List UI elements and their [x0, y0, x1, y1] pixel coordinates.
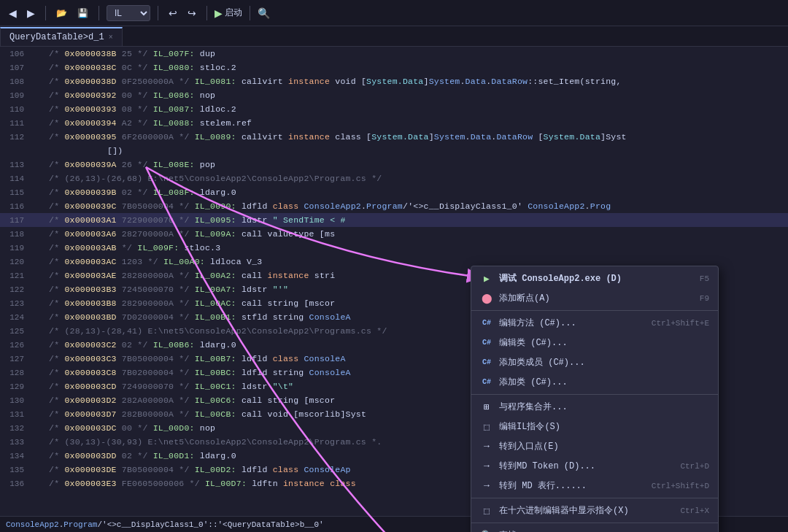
ctx-add-class[interactable]: C# 添加类 (C#)...	[471, 372, 718, 392]
tab-label: QueryDataTable>d_1	[9, 32, 104, 42]
ctx-merge[interactable]: ⊞ 与程序集合并...	[471, 397, 718, 417]
table-row: 117 /* 0x000003A1 7229000070 */ IL_0095:…	[0, 213, 788, 227]
ctx-goto-md-row-label: 转到 MD 表行......	[499, 479, 646, 492]
csharp-icon-4: C#	[480, 378, 493, 386]
table-row: 119 /* 0x000003AB */ IL_009F: stloc.3	[0, 241, 788, 255]
ctx-edit-method-label: 编辑方法 (C#)...	[499, 317, 646, 329]
tab-close-button[interactable]: ×	[109, 34, 113, 42]
table-row: 106 /* 0x0000038B 25 */ IL_007F: dup	[0, 47, 788, 61]
ctx-goto-entry[interactable]: → 转到入口点(E)	[471, 436, 718, 456]
ctx-separator-4	[471, 523, 718, 523]
ctx-merge-label: 与程序集合并...	[499, 401, 703, 413]
table-row: 113 /* 0x0000039A 26 */ IL_008E: pop	[0, 158, 788, 171]
ctx-separator-3	[471, 498, 718, 498]
table-row: 109 /* 0x00000392 00 */ IL_0086: nop	[0, 88, 788, 102]
active-tab[interactable]: QueryDataTable>d_1 ×	[0, 27, 123, 46]
ctx-goto-md-shortcut: Ctrl+D	[680, 462, 709, 471]
search-icon: 🔍	[480, 530, 493, 533]
breakpoint-icon: ⬤	[480, 293, 493, 304]
ctx-hex-editor-shortcut: Ctrl+X	[680, 506, 709, 515]
csharp-icon-1: C#	[480, 319, 493, 327]
csharp-icon-2: C#	[480, 339, 493, 347]
table-row: 115 /* 0x0000039B 02 */ IL_008F: ldarg.0	[0, 185, 788, 199]
undo-button[interactable]: ↩	[166, 6, 180, 20]
ctx-goto-md[interactable]: → 转到MD Token (D)... Ctrl+D	[471, 456, 718, 476]
ctx-add-member[interactable]: C# 添加类成员 (C#)...	[471, 352, 718, 372]
ctx-breakpoint-label: 添加断点(A)	[499, 292, 694, 304]
ctx-goto-md-row-shortcut: Ctrl+Shift+D	[652, 482, 709, 490]
back-button[interactable]: ◀	[6, 6, 20, 20]
ctx-hex-editor[interactable]: ⬚ 在十六进制编辑器中显示指令(X) Ctrl+X	[471, 501, 718, 520]
goto-md-row-icon: →	[480, 480, 493, 491]
goto-md-icon: →	[480, 460, 493, 471]
status-bottom-text: ConsoleApp2.Program/'<>c__DisplayClass1_…	[6, 520, 324, 529]
toolbar-separator-1	[45, 6, 46, 20]
ctx-edit-method-shortcut: Ctrl+Shift+E	[652, 319, 709, 328]
ctx-add-breakpoint[interactable]: ⬤ 添加断点(A) F9	[471, 288, 718, 308]
ctx-edit-class-label: 编辑类 (C#)...	[499, 336, 703, 349]
ctx-add-member-label: 添加类成员 (C#)...	[499, 356, 703, 369]
toolbar-separator-3	[158, 6, 158, 20]
ctx-goto-entry-label: 转到入口点(E)	[499, 440, 703, 452]
ctx-run-label: 调试 ConsoleApp2.exe (D)	[499, 272, 694, 285]
table-row: 107 /* 0x0000038C 0C */ IL_0080: stloc.2	[0, 61, 788, 74]
run-icon: ▶	[215, 7, 223, 19]
ctx-add-class-label: 添加类 (C#)...	[499, 376, 703, 388]
search-button[interactable]: 🔍	[258, 7, 270, 19]
ctx-search[interactable]: 🔍 查找 Ctrl+F	[471, 525, 718, 532]
toolbar: ◀ ▶ 📂 💾 IL C# ↩ ↪ ▶ 启动 🔍	[0, 0, 788, 26]
toolbar-separator-2	[98, 6, 99, 20]
run-label: 启动	[225, 7, 242, 19]
csharp-icon-3: C#	[480, 358, 493, 366]
forward-button[interactable]: ▶	[24, 6, 38, 20]
table-row: 108 /* 0x0000038D 0F2500000A */ IL_0081:…	[0, 74, 788, 88]
ctx-separator-1	[471, 310, 718, 311]
editor: 106 /* 0x0000038B 25 */ IL_007F: dup 107…	[0, 47, 788, 532]
table-row: 114 /* (26,13)-(26,68) E:\net5\ConsoleAp…	[0, 171, 788, 185]
ctx-edit-class[interactable]: C# 编辑类 (C#)...	[471, 333, 718, 352]
hex-editor-icon: ⬚	[480, 505, 493, 517]
save-button[interactable]: 💾	[74, 7, 91, 20]
ctx-run-debug[interactable]: ▶ 调试 ConsoleApp2.exe (D) F5	[471, 269, 718, 288]
table-row: 111 /* 0x00000394 A2 */ IL_0088: stelem.…	[0, 116, 788, 130]
open-button[interactable]: 📂	[53, 7, 70, 20]
ctx-separator-2	[471, 394, 718, 395]
ctx-goto-md-row[interactable]: → 转到 MD 表行...... Ctrl+Shift+D	[471, 476, 718, 496]
table-row: 110 /* 0x00000393 08 */ IL_0087: ldloc.2	[0, 102, 788, 116]
run-button[interactable]: ▶ 启动	[215, 7, 242, 19]
ctx-run-shortcut: F5	[700, 274, 709, 283]
table-row: 112 /* 0x00000395 6F2600000A */ IL_0089:…	[0, 130, 788, 144]
toolbar-separator-4	[206, 6, 207, 20]
language-dropdown[interactable]: IL C#	[107, 5, 150, 21]
ctx-search-label: 查找	[499, 529, 674, 532]
toolbar-separator-5	[250, 6, 250, 20]
goto-entry-icon: →	[480, 441, 493, 452]
ctx-edit-method[interactable]: C# 编辑方法 (C#)... Ctrl+Shift+E	[471, 313, 718, 333]
ctx-hex-editor-label: 在十六进制编辑器中显示指令(X)	[499, 504, 674, 517]
ctx-edit-il-label: 编辑IL指令(S)	[499, 420, 703, 433]
table-row: 118 /* 0x000003A6 282700000A */ IL_009A:…	[0, 227, 788, 241]
tab-bar: QueryDataTable>d_1 ×	[0, 26, 788, 47]
edit-il-icon: ⬚	[480, 421, 493, 433]
ctx-edit-il[interactable]: ⬚ 编辑IL指令(S)	[471, 417, 718, 436]
context-menu: ▶ 调试 ConsoleApp2.exe (D) F5 ⬤ 添加断点(A) F9…	[471, 266, 719, 532]
play-icon: ▶	[480, 273, 493, 285]
merge-icon: ⊞	[480, 401, 493, 413]
ctx-breakpoint-shortcut: F9	[700, 294, 709, 303]
ctx-goto-md-label: 转到MD Token (D)...	[499, 460, 674, 472]
table-row: [])	[0, 144, 788, 158]
table-row: 116 /* 0x0000039C 7B05000004 */ IL_0090:…	[0, 199, 788, 213]
redo-button[interactable]: ↪	[185, 6, 199, 20]
